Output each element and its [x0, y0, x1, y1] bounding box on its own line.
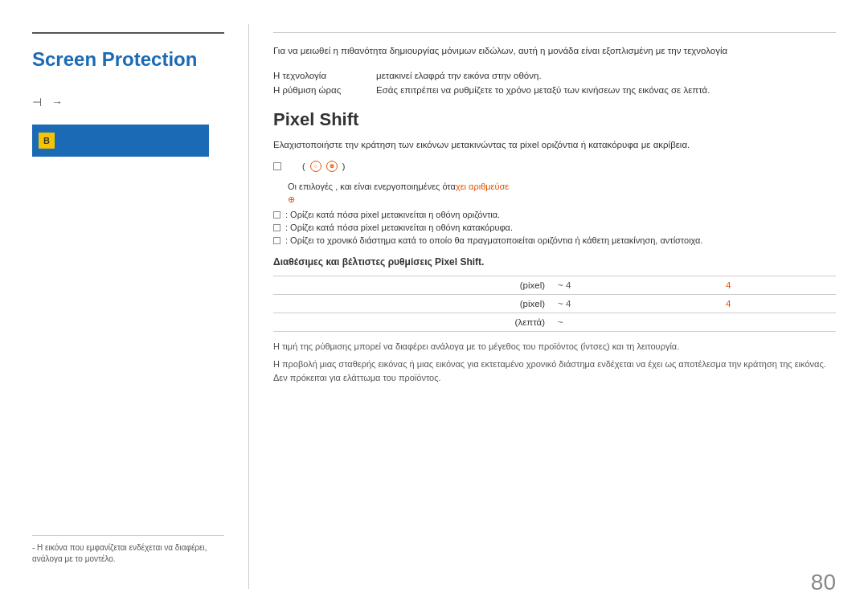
tech2-label: Η ρύθμιση ώρας	[273, 85, 370, 95]
intro-text: Για να μειωθεί η πιθανότητα δημιουργίας …	[273, 44, 836, 58]
table-cell-tilde: ~ 4	[551, 294, 719, 313]
image-placeholder: B	[32, 125, 209, 157]
settings-table: (pixel) ~ 4 4 (pixel) ~ 4 4 (λεπτά) ~	[273, 276, 836, 332]
page-title: Screen Protection	[32, 48, 224, 72]
tech-row-1: Η τεχνολογία μετακινεί ελαφρά την εικόνα…	[273, 71, 836, 80]
sub-checkbox-3[interactable]	[273, 237, 280, 244]
sub-option-3-text: : Ορίζει το χρονικό διάστημα κατά το οπο…	[285, 235, 703, 245]
table-cell-label: (pixel)	[273, 294, 551, 313]
table-cell-tilde: ~ 4	[551, 276, 719, 294]
tech-row-2: Η ρύθμιση ώρας Εσάς επιτρέπει να ρυθμίζε…	[273, 85, 836, 95]
sub-option-2-text: : Ορίζει κατά πόσα pixel μετακινείται η …	[285, 223, 513, 232]
bottom-notes: Η τιμή της ρύθμισης μπορεί να διαφέρει α…	[273, 340, 836, 385]
table-cell-value: 4	[719, 294, 836, 313]
table-cell-value	[719, 313, 836, 331]
nav-row: ⊣ →	[32, 96, 224, 108]
option-icon-2: ⊕	[326, 161, 338, 172]
nav-next-icon[interactable]: →	[51, 96, 63, 108]
tech1-label: Η τεχνολογία	[273, 71, 370, 80]
options-note: Οι επιλογές , και είναι ενεργοποιημένες …	[288, 180, 836, 206]
sub-option-1-row: : Ορίζει κατά πόσα pixel μετακινείται η …	[273, 210, 836, 219]
tech1-desc: μετακινεί ελαφρά την εικόνα στην οθόνη.	[376, 71, 542, 80]
option-icon-1: ○	[310, 161, 321, 172]
pixel-shift-title: Pixel Shift	[273, 109, 836, 130]
options-note-icon: ⊕	[288, 194, 295, 204]
pixel-shift-checkbox-row: ( ○ ⊕ )	[273, 161, 836, 175]
table-cell-value: 4	[719, 276, 836, 294]
nav-prev-icon[interactable]: ⊣	[32, 96, 42, 108]
left-column: Screen Protection ⊣ → B - Η εικόνα που ε…	[32, 24, 249, 589]
table-cell-label: (λεπτά)	[273, 313, 551, 331]
sub-checkbox-2[interactable]	[273, 224, 280, 231]
table-row: (λεπτά) ~	[273, 313, 836, 331]
top-divider	[32, 32, 224, 34]
table-row: (pixel) ~ 4 4	[273, 276, 836, 294]
pixel-shift-checkbox[interactable]	[273, 162, 281, 170]
sub-option-3-row: : Ορίζει το χρονικό διάστημα κατά το οπο…	[273, 235, 836, 245]
pixel-shift-desc: Ελαχιστοποιήστε την κράτηση των εικόνων …	[273, 138, 836, 152]
best-settings-label: Διαθέσιμες και βέλτιστες ρυθμίσεις Pixel…	[273, 256, 836, 268]
tech2-desc: Εσάς επιτρέπει να ρυθμίζετε το χρόνο μετ…	[376, 85, 710, 95]
page-number: 80	[811, 570, 836, 595]
icon-label-close-paren: )	[342, 161, 346, 171]
sub-option-2-row: : Ορίζει κατά πόσα pixel μετακινείται η …	[273, 223, 836, 232]
table-row: (pixel) ~ 4 4	[273, 294, 836, 313]
placeholder-icon: B	[39, 133, 55, 149]
sub-checkbox-1[interactable]	[273, 211, 280, 219]
left-note: - Η εικόνα που εμφανίζεται ενδέχεται να …	[32, 535, 224, 565]
table-cell-label: (pixel)	[273, 276, 551, 294]
table-cell-tilde: ~	[551, 313, 719, 331]
icon-label-open-paren: (	[302, 161, 305, 171]
right-top-divider	[273, 32, 836, 33]
sub-option-1-text: : Ορίζει κατά πόσα pixel μετακινείται η …	[285, 210, 500, 219]
option-icons: ( ○ ⊕ )	[302, 161, 345, 172]
bottom-note-2: Η προβολή μιας σταθερής εικόνας ή μιας ε…	[273, 358, 836, 384]
right-column: Για να μειωθεί η πιθανότητα δημιουργίας …	[249, 24, 836, 589]
bottom-note-1: Η τιμή της ρύθμισης μπορεί να διαφέρει α…	[273, 340, 836, 353]
